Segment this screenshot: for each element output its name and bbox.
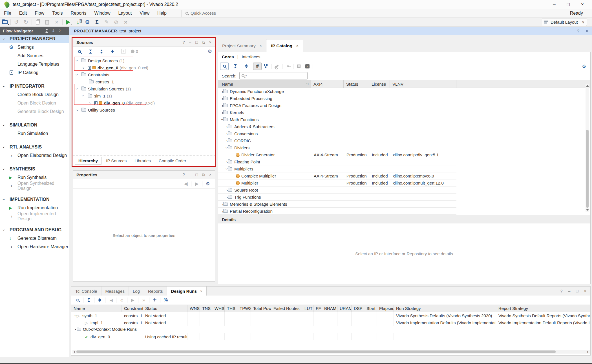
maximize-icon[interactable]: □ — [576, 289, 578, 293]
column-header-axi4[interactable]: AXI4 — [311, 80, 344, 88]
column-header-bram[interactable]: BRAM — [322, 305, 337, 312]
column-header-report-strategy[interactable]: Report Strategy — [496, 305, 590, 312]
minimize-icon[interactable]: – — [189, 40, 191, 45]
design-run-row[interactable]: synth_1 constrs_1 Not started Vivado Syn… — [71, 312, 590, 319]
ip-settings-button[interactable] — [295, 63, 303, 70]
sources-view-tab[interactable]: IP Sources — [103, 157, 130, 164]
source-tree-row[interactable]: Simulation Sources (1) — [73, 85, 215, 92]
column-header-ths[interactable]: THS — [225, 305, 237, 312]
source-tree-row[interactable]: constrs_1 — [73, 78, 215, 85]
tree-expand-arrow-icon[interactable] — [83, 94, 88, 98]
menu-item[interactable]: Flow — [31, 9, 48, 17]
open-project-button[interactable] — [0, 18, 10, 26]
expand-all-button[interactable] — [96, 296, 104, 304]
flow-navigator-row[interactable]: IMPLEMENTATION — [0, 195, 69, 204]
source-tree-row[interactable]: div_gen_0 (div_gen_0.xci) — [73, 99, 215, 106]
scroll-up-icon[interactable] — [586, 85, 589, 87]
layout-selector[interactable]: Default Layout ∨ — [542, 19, 587, 26]
tree-expand-arrow-icon[interactable] — [76, 86, 81, 91]
flow-navigator-row[interactable]: SYNTHESIS — [0, 165, 69, 173]
maximize-icon[interactable]: □ — [195, 40, 198, 45]
menu-item[interactable]: Tools — [48, 9, 67, 17]
search-button[interactable] — [75, 48, 84, 55]
column-header-license[interactable]: License — [369, 80, 390, 88]
flow-navigator-row[interactable]: Run Implementation — [0, 204, 69, 212]
flow-navigator-row[interactable]: Create Block Design — [0, 90, 69, 99]
delete-button[interactable]: × — [52, 18, 61, 26]
flow-navigator-row[interactable]: Settings — [0, 43, 69, 52]
menu-item[interactable]: Window — [90, 9, 114, 17]
horizontal-scrollbar[interactable]: ‹ › — [72, 350, 590, 354]
subtab-interfaces[interactable]: Interfaces — [242, 54, 260, 59]
collapse-all-icon[interactable] — [45, 29, 48, 33]
menu-item[interactable]: Edit — [15, 9, 31, 17]
ip-table-row[interactable]: FPGA Features and Design — [218, 102, 456, 109]
section-arrow-icon[interactable] — [3, 167, 10, 172]
help-icon[interactable]: ? — [59, 29, 61, 33]
column-header-constraints[interactable]: Constraints — [122, 305, 143, 312]
collapse-all-button[interactable] — [86, 48, 95, 55]
ip-table-row[interactable]: Multipliers — [218, 165, 456, 172]
scrollbar-thumb[interactable] — [76, 350, 556, 353]
ip-table-row[interactable]: Complex Multiplier AXI4-Stream Productio… — [218, 172, 456, 179]
collapse-all-button[interactable] — [85, 296, 93, 304]
maximize-icon[interactable]: □ — [566, 2, 571, 7]
settings-gear-icon[interactable]: ⚙ — [208, 48, 212, 54]
column-header-whs[interactable]: WHS — [212, 305, 225, 312]
expand-all-button[interactable] — [97, 48, 106, 55]
ip-table-row[interactable]: Partial Reconfiguration — [218, 208, 456, 215]
tree-expand-arrow-icon[interactable] — [76, 58, 81, 63]
back-button[interactable]: ◀ — [182, 180, 190, 188]
ip-table-row[interactable]: Dynamic Function eXchange — [218, 88, 456, 95]
design-run-row[interactable]: Out-of-Context Module Runs — [71, 326, 590, 333]
source-tree-row[interactable]: div_gen_0 (div_gen_0.xci) — [73, 64, 215, 71]
license-button[interactable] — [284, 63, 292, 70]
ip-table-row[interactable]: Floating Point — [218, 158, 456, 165]
flow-navigator-row[interactable]: Run Simulation — [0, 129, 69, 138]
column-header-failed-routes[interactable]: Failed Routes — [271, 305, 302, 312]
bottom-tab[interactable]: Reports — [144, 287, 167, 296]
flow-navigator-row[interactable]: Generate Block Design — [0, 107, 69, 116]
run-button[interactable] — [63, 18, 73, 26]
close-icon[interactable]: × — [584, 289, 586, 293]
step-forward-button[interactable]: » — [140, 296, 148, 304]
column-header-name[interactable]: Name ^1 — [218, 80, 311, 88]
flow-navigator-row[interactable] — [0, 116, 69, 121]
maximize-icon[interactable]: □ — [195, 172, 198, 177]
paste-button[interactable] — [42, 18, 52, 26]
generate-bitstream-button[interactable]: ↓ 0110 — [73, 18, 83, 26]
close-icon[interactable]: × — [209, 40, 211, 45]
ip-table-row[interactable]: Multiplier Production Included xilinx.co… — [218, 179, 456, 187]
forward-button[interactable]: ▶ — [193, 180, 201, 188]
column-header-tns[interactable]: TNS — [200, 305, 212, 312]
sources-header[interactable]: Sources ? – □ ⧉ × — [73, 38, 215, 47]
create-run-button[interactable]: + — [151, 296, 159, 304]
flow-navigator-row[interactable]: IP INTEGRATOR — [0, 82, 69, 90]
bottom-tab[interactable]: Design Runs × — [167, 287, 206, 296]
tree-expand-arrow-icon[interactable] — [89, 101, 94, 105]
workspace-tab[interactable]: IP Catalog × — [266, 39, 303, 52]
column-header-tpws[interactable]: TPWS — [237, 305, 251, 312]
flow-navigator-row[interactable]: RTL ANALYSIS — [0, 143, 69, 151]
flow-navigator-row[interactable]: Open Elaborated Design — [0, 151, 69, 160]
menu-item[interactable]: Layout — [114, 9, 136, 17]
file-question-button[interactable]: ? — [119, 48, 128, 55]
scroll-left-icon[interactable]: ‹ — [72, 350, 76, 354]
expand-collapse-icon[interactable]: ⇕ — [52, 29, 55, 33]
properties-header[interactable]: Properties ? – □ ⧉ × — [73, 171, 215, 179]
scroll-right-icon[interactable]: › — [586, 350, 590, 354]
flow-navigator-row[interactable]: Add Sources — [0, 52, 69, 60]
section-arrow-icon[interactable] — [3, 145, 10, 150]
flow-navigator-row[interactable]: Open Synthesized Design — [0, 182, 69, 190]
help-icon[interactable]: ? — [577, 28, 579, 33]
section-arrow-icon[interactable] — [3, 37, 10, 41]
column-header-uram[interactable]: URAM — [337, 305, 352, 312]
ip-search-input[interactable] — [248, 74, 304, 78]
settings-gear-icon[interactable]: ⚙ — [582, 63, 586, 70]
minimize-icon[interactable]: – — [551, 2, 557, 7]
column-header-status[interactable]: Status — [344, 80, 369, 88]
search-button[interactable] — [220, 63, 229, 70]
column-header-status[interactable]: Status — [143, 305, 187, 312]
ip-details-button[interactable]: i — [303, 63, 312, 70]
minimize-icon[interactable]: – — [568, 289, 571, 293]
